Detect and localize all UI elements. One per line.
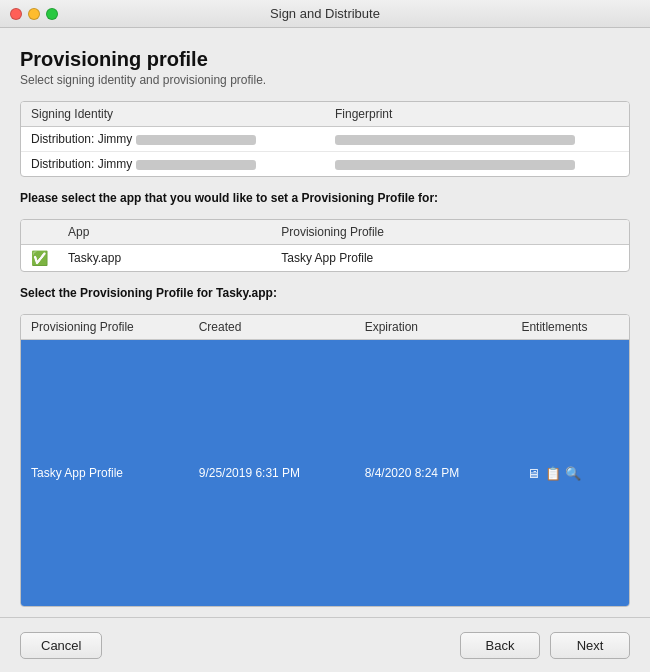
prov-expiration-header: Expiration (355, 315, 512, 340)
prov-profile-cell: Tasky App Profile (21, 340, 189, 607)
prov-created-header: Created (189, 315, 355, 340)
maximize-button[interactable] (46, 8, 58, 20)
entitlements-icons: 🖥📋🔍 (525, 465, 581, 481)
page-subtitle: Select signing identity and provisioning… (20, 73, 630, 87)
apps-app-header: App (58, 220, 271, 245)
prov-table-row[interactable]: Tasky App Profile 9/25/2019 6:31 PM 8/4/… (21, 340, 629, 607)
app-profile-cell: Tasky App Profile (271, 245, 629, 272)
prov-expiration-cell: 8/4/2020 8:24 PM (355, 340, 512, 607)
apps-table-row[interactable]: ✅ Tasky.app Tasky App Profile (21, 245, 629, 272)
signing-identity-cell: Distribution: Jimmy (21, 127, 325, 152)
signing-identity-table: Signing Identity Fingerprint Distributio… (20, 101, 630, 177)
next-button[interactable]: Next (550, 632, 630, 659)
traffic-lights (10, 8, 58, 20)
entitlement-icon-1[interactable]: 📋 (545, 465, 561, 481)
page-title: Provisioning profile (20, 48, 630, 71)
close-button[interactable] (10, 8, 22, 20)
entitlement-icon-2[interactable]: 🔍 (565, 465, 581, 481)
prov-created-cell: 9/25/2019 6:31 PM (189, 340, 355, 607)
signing-identity-cell: Distribution: Jimmy (21, 152, 325, 177)
window-title: Sign and Distribute (270, 6, 380, 21)
apps-section: Please select the app that you would lik… (20, 191, 630, 205)
minimize-button[interactable] (28, 8, 40, 20)
app-name-cell: Tasky.app (58, 245, 271, 272)
signing-table-header: Signing Identity Fingerprint (21, 102, 629, 127)
prov-section: Select the Provisioning Profile for Task… (20, 286, 630, 300)
fingerprint-cell (325, 127, 629, 152)
main-content: Provisioning profile Select signing iden… (0, 28, 650, 617)
apps-check-header (21, 220, 58, 245)
prov-table-container[interactable]: Provisioning Profile Created Expiration … (20, 314, 630, 607)
titlebar: Sign and Distribute (0, 0, 650, 28)
signing-table-row[interactable]: Distribution: Jimmy (21, 152, 629, 177)
footer: Cancel Back Next (0, 617, 650, 672)
apps-profile-header: Provisioning Profile (271, 220, 629, 245)
fingerprint-header: Fingerprint (325, 102, 629, 127)
prov-table-header: Provisioning Profile Created Expiration … (21, 315, 629, 340)
cancel-button[interactable]: Cancel (20, 632, 102, 659)
fingerprint-cell (325, 152, 629, 177)
page-header: Provisioning profile Select signing iden… (20, 48, 630, 87)
apps-section-label: Please select the app that you would lik… (20, 191, 630, 205)
signing-table-row[interactable]: Distribution: Jimmy (21, 127, 629, 152)
apps-table-container: App Provisioning Profile ✅ Tasky.app Tas… (20, 219, 630, 272)
prov-section-label: Select the Provisioning Profile for Task… (20, 286, 630, 300)
prov-profile-header: Provisioning Profile (21, 315, 189, 340)
check-icon: ✅ (31, 250, 48, 266)
signing-identity-header: Signing Identity (21, 102, 325, 127)
prov-entitlements-cell: 🖥📋🔍 (511, 340, 629, 607)
footer-right-buttons: Back Next (460, 632, 630, 659)
apps-table-header: App Provisioning Profile (21, 220, 629, 245)
prov-entitlements-header: Entitlements (511, 315, 629, 340)
back-button[interactable]: Back (460, 632, 540, 659)
app-check-cell: ✅ (21, 245, 58, 272)
entitlement-icon-0[interactable]: 🖥 (525, 465, 541, 481)
